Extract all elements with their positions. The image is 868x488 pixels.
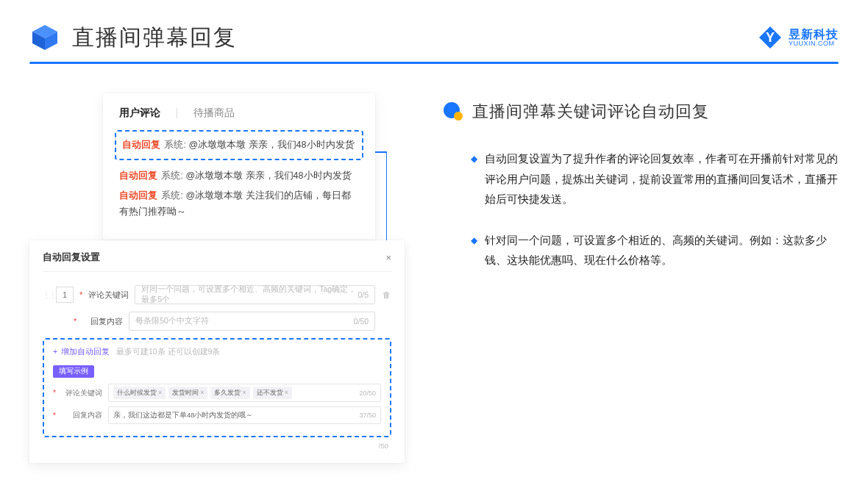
svg-text:Y: Y [766, 30, 775, 45]
keyword-input[interactable]: 对同一个问题，可设置多个相近、高频的关键词，Tag确定，最多5个 0/5 [135, 285, 375, 304]
reply-text: @冰墩墩本墩 亲亲，我们48小时内发货 [188, 140, 354, 150]
comments-panel: 用户评论 待播商品 自动回复 系统: @冰墩墩本墩 亲亲，我们48小时内发货 自… [103, 93, 375, 240]
auto-reply-settings-modal: 自动回复设置 × ⋮⋮ 1 * 评论关键词 对同一个问题，可设置多个相近、高频的… [29, 240, 405, 463]
bullet-icon: ◆ [471, 149, 477, 210]
plus-icon[interactable]: + [53, 347, 57, 356]
required-star: * [53, 412, 56, 420]
char-count: 0/50 [354, 317, 369, 326]
placeholder-text: 每条限50个中文字符 [135, 316, 209, 326]
bullet-icon: ◆ [471, 231, 477, 271]
sequence-number: 1 [56, 287, 74, 303]
limit-note: 最多可建10条 还可以创建9条 [116, 347, 220, 356]
char-count: 20/50 [359, 390, 376, 397]
section-title: 直播间弹幕关键词评论自动回复 [472, 101, 709, 123]
keyword-tag[interactable]: 还不发货× [253, 387, 292, 399]
reply-line: 自动回复 系统: @冰墩墩本墩 关注我们的店铺，每日都有热门推荐呦～ [119, 187, 359, 220]
tab-pending-products[interactable]: 待播商品 [193, 107, 235, 120]
auto-reply-tag: 自动回复 [119, 190, 157, 201]
brand-name-en: YUUXIN.COM [789, 40, 839, 47]
keyword-label: 评论关键词 [88, 290, 129, 301]
reply-text: @冰墩墩本墩 亲亲，我们48小时内发货 [185, 171, 351, 181]
ex-keyword-label: 评论关键词 [62, 388, 102, 398]
drag-handle-icon[interactable]: ⋮⋮ [43, 291, 50, 299]
highlighted-reply: 自动回复 系统: @冰墩墩本墩 亲亲，我们48小时内发货 [115, 130, 363, 160]
cube-icon [29, 22, 60, 53]
modal-title: 自动回复设置 [43, 251, 100, 264]
placeholder-text: 对同一个问题，可设置多个相近、高频的关键词，Tag确定，最多5个 [141, 284, 357, 305]
tab-divider [177, 108, 177, 118]
ex-content-input[interactable]: 亲，我们这边都是下单48小时内发货的哦～ 37/50 [108, 406, 381, 424]
brand-name-cn: 昱新科技 [789, 29, 839, 40]
page-title: 直播间弹幕回复 [72, 23, 237, 53]
bullet-text: 自动回复设置为了提升作者的评论回复效率，作者可在开播前针对常见的评论用户问题，提… [485, 149, 839, 210]
delete-icon[interactable]: 🗑 [381, 290, 391, 299]
ex-content-label: 回复内容 [62, 410, 102, 420]
add-auto-reply-link[interactable]: 增加自动回复 [61, 347, 110, 356]
tab-user-comments[interactable]: 用户评论 [119, 107, 160, 120]
close-icon[interactable]: × [385, 252, 391, 263]
system-label: 系统: [161, 171, 182, 181]
auto-reply-tag: 自动回复 [122, 140, 160, 150]
content-label: 回复内容 [82, 316, 123, 327]
required-star: * [53, 389, 56, 397]
keyword-tag[interactable]: 发货时间× [168, 387, 207, 399]
svg-point-6 [454, 112, 463, 121]
ex-keyword-input[interactable]: 什么时候发货× 发货时间× 多久发货× 还不发货× 20/50 [108, 384, 381, 402]
system-label: 系统: [161, 190, 182, 201]
auto-reply-tag: 自动回复 [119, 171, 157, 181]
char-count: 0/5 [357, 290, 369, 299]
char-count: 37/50 [359, 412, 376, 419]
chat-bubble-icon [441, 102, 463, 121]
outside-count: /50 [379, 442, 388, 450]
keyword-tag[interactable]: 多久发货× [210, 387, 249, 399]
reply-line: 自动回复 系统: @冰墩墩本墩 亲亲，我们48小时内发货 [119, 168, 359, 184]
required-star: * [79, 290, 82, 299]
keyword-tag[interactable]: 什么时候发货× [113, 387, 166, 399]
example-section: + 增加自动回复 最多可建10条 还可以创建9条 填写示例 * 评论关键词 什么… [43, 338, 391, 437]
content-input[interactable]: 每条限50个中文字符 0/50 [129, 312, 375, 331]
system-label: 系统: [164, 140, 185, 150]
bullet-text: 针对同一个问题，可设置多个相近的、高频的关键词。例如：这款多少钱、这块能优惠吗、… [485, 231, 839, 271]
required-star: * [74, 317, 77, 326]
brand-logo: Y 昱新科技 YUUXIN.COM [758, 25, 839, 50]
example-badge: 填写示例 [53, 365, 94, 378]
ex-content-text: 亲，我们这边都是下单48小时内发货的哦～ [113, 411, 254, 420]
